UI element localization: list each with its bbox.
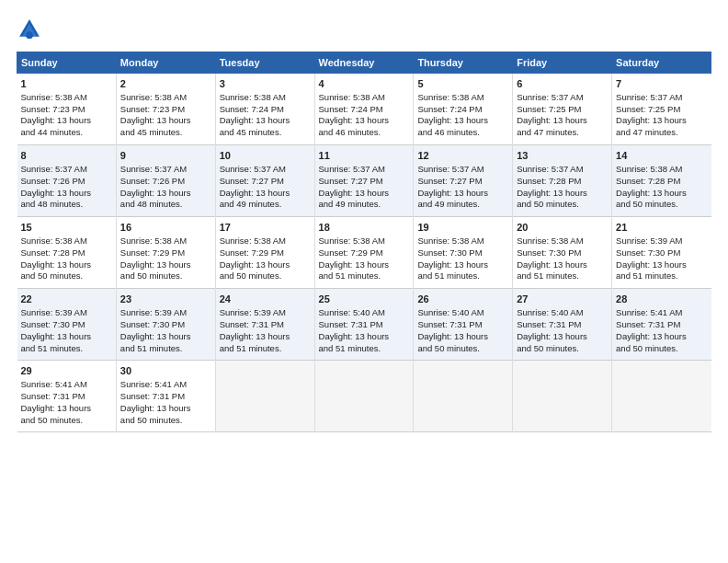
day-info: and 48 minutes. (120, 199, 211, 211)
day-number: 16 (120, 221, 211, 235)
day-number: 12 (417, 149, 508, 163)
day-cell (414, 361, 513, 432)
day-number: 9 (120, 149, 211, 163)
day-info: Sunrise: 5:38 AM (417, 92, 508, 104)
day-info: and 51 minutes. (220, 343, 311, 355)
day-info: Sunrise: 5:41 AM (616, 307, 707, 319)
day-info: and 44 minutes. (21, 127, 112, 139)
day-cell (612, 361, 711, 432)
day-info: Daylight: 13 hours (220, 259, 311, 271)
day-info: Sunset: 7:29 PM (220, 247, 311, 259)
day-info: Sunset: 7:31 PM (417, 319, 508, 331)
day-info: Sunrise: 5:38 AM (517, 236, 608, 247)
day-cell: 27Sunrise: 5:40 AMSunset: 7:31 PMDayligh… (513, 289, 612, 361)
day-info: Daylight: 13 hours (220, 331, 311, 343)
day-number: 5 (417, 77, 508, 91)
day-info: and 50 minutes. (120, 270, 211, 282)
day-info: and 46 minutes. (417, 127, 508, 139)
day-info: Daylight: 13 hours (616, 188, 707, 200)
day-number: 3 (220, 77, 311, 91)
day-info: Daylight: 13 hours (417, 259, 508, 271)
day-info: Sunrise: 5:37 AM (220, 164, 311, 176)
day-info: and 50 minutes. (120, 415, 211, 427)
day-info: Daylight: 13 hours (417, 188, 508, 200)
day-cell: 16Sunrise: 5:38 AMSunset: 7:29 PMDayligh… (116, 217, 215, 289)
day-info: and 46 minutes. (319, 127, 410, 139)
day-info: and 50 minutes. (517, 343, 608, 355)
day-info: Sunset: 7:26 PM (21, 176, 112, 188)
day-cell: 9Sunrise: 5:37 AMSunset: 7:26 PMDaylight… (116, 145, 215, 217)
day-number: 15 (21, 221, 112, 235)
day-info: and 51 minutes. (517, 270, 608, 282)
day-number: 26 (417, 293, 508, 306)
day-cell: 22Sunrise: 5:39 AMSunset: 7:30 PMDayligh… (17, 289, 117, 361)
day-number: 22 (21, 293, 112, 306)
day-info: Sunset: 7:24 PM (417, 104, 508, 116)
day-info: Sunrise: 5:37 AM (21, 164, 112, 176)
day-info: Daylight: 13 hours (319, 259, 410, 271)
day-info: Sunset: 7:31 PM (220, 319, 311, 331)
day-cell: 8Sunrise: 5:37 AMSunset: 7:26 PMDaylight… (17, 145, 117, 217)
day-info: Sunrise: 5:38 AM (120, 236, 211, 247)
day-info: Daylight: 13 hours (120, 115, 211, 127)
day-cell: 10Sunrise: 5:37 AMSunset: 7:27 PMDayligh… (215, 145, 314, 217)
day-info: Sunset: 7:31 PM (517, 319, 608, 331)
day-info: Sunset: 7:29 PM (120, 247, 211, 259)
day-cell: 5Sunrise: 5:38 AMSunset: 7:24 PMDaylight… (414, 74, 513, 145)
day-info: Sunrise: 5:41 AM (120, 379, 211, 391)
day-cell: 4Sunrise: 5:38 AMSunset: 7:24 PMDaylight… (314, 74, 414, 145)
day-info: Sunrise: 5:40 AM (417, 307, 508, 319)
day-info: and 51 minutes. (21, 343, 112, 355)
day-info: and 50 minutes. (517, 199, 608, 211)
day-info: and 51 minutes. (616, 270, 707, 282)
day-info: Sunrise: 5:41 AM (21, 379, 112, 391)
week-row-1: 1Sunrise: 5:38 AMSunset: 7:23 PMDaylight… (17, 74, 711, 145)
day-info: Daylight: 13 hours (616, 115, 707, 127)
day-info: Daylight: 13 hours (220, 115, 311, 127)
day-number: 27 (517, 293, 608, 306)
day-info: Daylight: 13 hours (616, 331, 707, 343)
col-header-friday: Friday (513, 52, 612, 74)
day-number: 25 (319, 293, 410, 306)
day-info: Sunrise: 5:40 AM (319, 307, 410, 319)
day-cell: 21Sunrise: 5:39 AMSunset: 7:30 PMDayligh… (612, 217, 711, 289)
day-number: 8 (21, 149, 112, 163)
header (17, 17, 711, 42)
day-info: Sunrise: 5:39 AM (616, 236, 707, 247)
day-info: Sunrise: 5:38 AM (616, 164, 707, 176)
day-info: Sunrise: 5:38 AM (319, 236, 410, 247)
logo (17, 17, 46, 42)
day-cell: 15Sunrise: 5:38 AMSunset: 7:28 PMDayligh… (17, 217, 117, 289)
day-info: Sunrise: 5:39 AM (120, 307, 211, 319)
day-cell: 13Sunrise: 5:37 AMSunset: 7:28 PMDayligh… (513, 145, 612, 217)
day-info: Sunset: 7:24 PM (319, 104, 410, 116)
day-cell: 24Sunrise: 5:39 AMSunset: 7:31 PMDayligh… (215, 289, 314, 361)
day-info: and 45 minutes. (220, 127, 311, 139)
day-info: Daylight: 13 hours (517, 331, 608, 343)
day-number: 19 (417, 221, 508, 235)
day-info: Sunset: 7:27 PM (220, 176, 311, 188)
day-info: Sunset: 7:31 PM (616, 319, 707, 331)
day-number: 28 (616, 293, 707, 306)
day-info: Sunrise: 5:38 AM (220, 92, 311, 104)
day-info: Daylight: 13 hours (319, 115, 410, 127)
day-info: and 48 minutes. (21, 199, 112, 211)
day-info: and 50 minutes. (417, 343, 508, 355)
day-info: Sunset: 7:23 PM (120, 104, 211, 116)
day-info: Sunrise: 5:38 AM (21, 236, 112, 247)
day-info: Daylight: 13 hours (21, 115, 112, 127)
day-cell: 19Sunrise: 5:38 AMSunset: 7:30 PMDayligh… (414, 217, 513, 289)
week-row-2: 8Sunrise: 5:37 AMSunset: 7:26 PMDaylight… (17, 145, 711, 217)
day-info: Sunset: 7:30 PM (21, 319, 112, 331)
day-info: Daylight: 13 hours (517, 115, 608, 127)
day-info: Daylight: 13 hours (120, 188, 211, 200)
day-info: Sunset: 7:30 PM (616, 247, 707, 259)
day-number: 7 (616, 77, 707, 91)
day-info: and 49 minutes. (417, 199, 508, 211)
day-info: Sunset: 7:28 PM (517, 176, 608, 188)
col-header-monday: Monday (116, 52, 215, 74)
day-number: 17 (220, 221, 311, 235)
day-info: Daylight: 13 hours (616, 259, 707, 271)
day-info: Daylight: 13 hours (120, 403, 211, 415)
week-row-3: 15Sunrise: 5:38 AMSunset: 7:28 PMDayligh… (17, 217, 711, 289)
